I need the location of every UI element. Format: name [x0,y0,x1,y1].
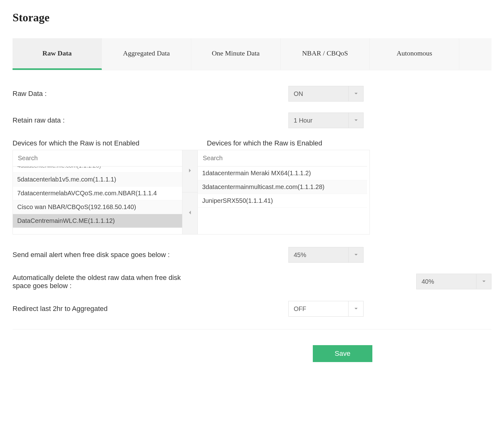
move-right-button[interactable] [182,150,197,192]
retain-raw-data-label: Retain raw data : [13,116,288,124]
redirect-value: OFF [289,301,348,316]
tab-nbar-cbqos[interactable]: NBAR / CBQoS [281,38,370,70]
chevron-down-icon [348,113,363,128]
list-item[interactable]: Cisco wan NBAR/CBQoS(192.168.50.140) [13,200,182,214]
chevron-down-icon [476,274,491,289]
tab-aggregated-data[interactable]: Aggregated Data [102,38,191,70]
chevron-down-icon [348,247,363,262]
list-item[interactable]: 5datacenterlab1v5.me.com(1.1.1.1) [13,173,182,187]
devices-enabled-header: Devices for which the Raw is Enabled [191,139,491,147]
save-button[interactable]: Save [313,345,372,362]
devices-enabled-panel: 1datacentermain Meraki MX64(1.1.1.2) 3da… [198,150,367,234]
search-input-enabled[interactable] [198,150,367,166]
list-item[interactable]: JuniperSRX550(1.1.1.41) [198,194,367,208]
page-title: Storage [13,11,491,24]
divider [13,329,491,329]
tab-one-minute-data[interactable]: One Minute Data [191,38,281,70]
raw-data-select[interactable]: ON [288,86,364,102]
transfer-controls [182,150,198,234]
list-item[interactable]: 1datacentermain Meraki MX64(1.1.1.2) [198,166,367,180]
devices-not-enabled-header: Devices for which the Raw is not Enabled [13,139,191,147]
email-alert-label: Send email alert when free disk space go… [13,251,288,259]
tab-autonomous[interactable]: Autonomous [370,38,459,70]
auto-delete-value: 40% [417,274,476,289]
list-item[interactable]: 4datacenterwlc.me.com(1.1.1.26) [13,166,182,173]
retain-raw-data-select[interactable]: 1 Hour [288,113,364,128]
auto-delete-label: Automatically delete the oldest raw data… [13,274,188,290]
raw-data-label: Raw Data : [13,90,288,98]
email-alert-select[interactable]: 45% [288,247,364,263]
dual-list: 4datacenterwlc.me.com(1.1.1.26) 5datacen… [13,150,370,234]
chevron-right-icon [188,168,192,174]
tabs: Raw Data Aggregated Data One Minute Data… [13,38,491,70]
redirect-select[interactable]: OFF [288,301,364,317]
search-input-not-enabled[interactable] [13,150,182,166]
chevron-down-icon [348,86,363,101]
raw-data-value: ON [289,86,348,101]
list-item[interactable]: 3datacentermainmulticast.me.com(1.1.1.28… [198,180,367,194]
list-item[interactable]: DataCentremainWLC.ME(1.1.1.12) [13,214,182,228]
move-left-button[interactable] [182,192,197,234]
chevron-left-icon [188,210,192,216]
retain-raw-data-value: 1 Hour [289,113,348,128]
auto-delete-select[interactable]: 40% [416,274,491,289]
email-alert-value: 45% [289,247,348,262]
devices-not-enabled-panel: 4datacenterwlc.me.com(1.1.1.26) 5datacen… [13,150,182,234]
tab-raw-data[interactable]: Raw Data [13,38,102,70]
list-item[interactable]: 7datacentermelabAVCQoS.me.com.NBAR(1.1.1… [13,187,182,200]
chevron-down-icon [348,301,363,316]
redirect-label: Redirect last 2hr to Aggregated [13,305,288,313]
